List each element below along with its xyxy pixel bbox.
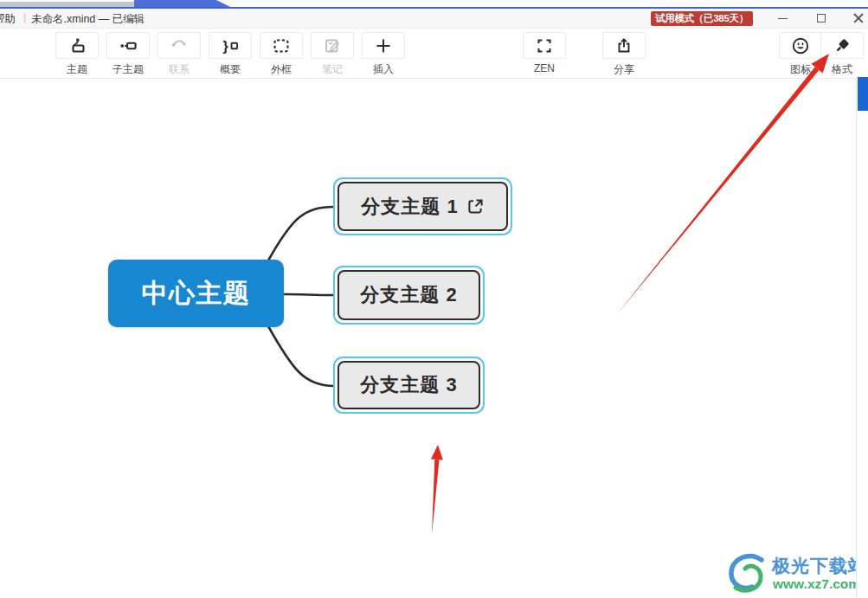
- menu-help[interactable]: 帮助: [0, 12, 16, 27]
- toolbar-format-button[interactable]: 格式: [818, 32, 866, 77]
- branch-topic-2-node[interactable]: 分支主题 2: [333, 266, 485, 325]
- document-title: 未命名.xmind — 已编辑: [31, 12, 145, 27]
- vertical-scrollbar-thumb[interactable]: [858, 77, 868, 111]
- zen-fullscreen-icon: [523, 32, 566, 59]
- toolbar-subtopic-button[interactable]: 子主题: [104, 32, 152, 77]
- share-label: 分享: [600, 62, 648, 77]
- summary-label: 概要: [206, 62, 254, 77]
- share-icon: [602, 32, 646, 59]
- toolbar: 主题 子主题 联系 } 概要: [0, 29, 868, 79]
- zen-label: ZEN: [520, 62, 569, 74]
- boundary-label: 外框: [257, 62, 305, 77]
- relationship-icon: [158, 32, 201, 59]
- format-label: 格式: [818, 62, 866, 77]
- toolbar-topic-button[interactable]: 主题: [53, 32, 101, 77]
- titlebar: 帮助 | 未命名.xmind — 已编辑 试用模式（已385天）: [0, 9, 868, 29]
- minimize-icon: [778, 18, 788, 19]
- mindmap-canvas[interactable]: 中心主题 分支主题 1 分支主题 2 分支主题 3 极光下载站 www.xz7.…: [0, 79, 868, 598]
- branch-topic-2-label: 分支主题 2: [360, 282, 457, 308]
- close-icon: [853, 13, 864, 23]
- relationship-label: 联系: [155, 62, 203, 77]
- vertical-scrollbar-track[interactable]: [856, 79, 868, 598]
- central-topic-label: 中心主题: [142, 276, 251, 312]
- branch-topic-1-label: 分支主题 1: [361, 194, 458, 220]
- central-topic-node[interactable]: 中心主题: [108, 260, 284, 327]
- top-window-strip: [0, 0, 868, 9]
- toolbar-relationship-button: 联系: [155, 32, 203, 77]
- site-watermark: 极光下载站 www.xz7.com: [723, 551, 868, 595]
- toolbar-notes-button: 笔记: [308, 32, 357, 77]
- toolbar-zen-button[interactable]: ZEN: [520, 32, 569, 74]
- notes-icon: [311, 32, 354, 59]
- svg-text:}: }: [223, 38, 228, 53]
- smiley-icon: [779, 32, 822, 59]
- subtopic-icon: [106, 32, 150, 59]
- branch-topic-3-box: 分支主题 3: [338, 361, 480, 409]
- toolbar-share-button[interactable]: 分享: [600, 32, 648, 77]
- branch-topic-3-label: 分支主题 3: [360, 372, 457, 398]
- trial-mode-badge[interactable]: 试用模式（已385天）: [651, 11, 753, 26]
- branch-topic-1-box: 分支主题 1: [338, 182, 508, 231]
- close-button[interactable]: [850, 9, 867, 28]
- notes-label: 笔记: [308, 62, 357, 77]
- watermark-swirl-icon: [723, 551, 770, 595]
- toolbar-summary-button[interactable]: } 概要: [206, 32, 254, 77]
- branch-topic-1-node[interactable]: 分支主题 1: [333, 177, 512, 235]
- maximize-icon: [817, 14, 826, 23]
- connection-lines: [0, 79, 868, 598]
- topic-icon: [55, 32, 99, 59]
- format-brush-icon: [820, 32, 864, 59]
- insert-label: 插入: [359, 62, 408, 77]
- watermark-site-url: www.xz7.com: [773, 576, 860, 592]
- insert-plus-icon: [362, 32, 405, 59]
- branch-topic-3-node[interactable]: 分支主题 3: [333, 357, 485, 414]
- summary-icon: }: [209, 32, 252, 59]
- branch-topic-2-box: 分支主题 2: [338, 270, 480, 320]
- boundary-icon: [260, 32, 303, 59]
- minimize-button[interactable]: [774, 9, 791, 28]
- watermark-site-name: 极光下载站: [772, 554, 867, 578]
- topic-label: 主题: [53, 62, 101, 77]
- titlebar-separator: |: [23, 11, 26, 23]
- maximize-button[interactable]: [813, 9, 830, 28]
- subtopic-label: 子主题: [104, 62, 152, 77]
- toolbar-insert-button[interactable]: 插入: [359, 32, 408, 77]
- toolbar-boundary-button[interactable]: 外框: [257, 32, 305, 77]
- external-link-icon[interactable]: [466, 197, 485, 215]
